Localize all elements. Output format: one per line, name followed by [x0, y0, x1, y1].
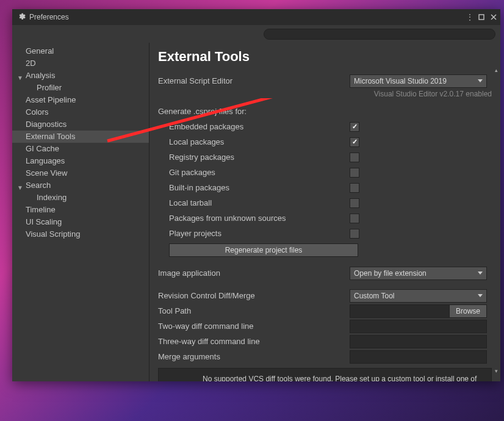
csproj-option-row: Local packages — [158, 134, 492, 149]
sidebar-item-label: Scene View — [26, 167, 67, 179]
chevron-down-icon — [478, 294, 483, 297]
csproj-option-row: Built-in packages — [158, 180, 492, 195]
search-input[interactable] — [264, 29, 495, 40]
toolpath-label: Tool Path — [158, 306, 350, 315]
two-way-input[interactable] — [350, 320, 487, 333]
sidebar-item-label: Colors — [26, 106, 49, 118]
sidebar-item[interactable]: ▼Search — [12, 179, 149, 192]
maximize-button[interactable] — [476, 12, 487, 22]
sidebar-item[interactable]: ▼Analysis — [12, 70, 149, 82]
csproj-option-label: Local tarball — [169, 198, 350, 207]
script-editor-dropdown[interactable]: Microsoft Visual Studio 2019 — [350, 74, 487, 88]
sidebar-item-label: Analysis — [26, 70, 55, 82]
csproj-option-checkbox[interactable] — [350, 183, 359, 193]
three-way-label: Three-way diff command line — [158, 337, 350, 346]
csproj-option-label: Registry packages — [169, 153, 350, 162]
csproj-option-row: Registry packages — [158, 149, 492, 165]
editor-enabled-note: Visual Studio Editor v2.0.17 enabled — [158, 90, 492, 98]
merge-args-label: Merge arguments — [158, 352, 350, 361]
csproj-option-label: Embedded packages — [169, 122, 350, 131]
vcs-warning-box: No supported VCS diff tools were found. … — [158, 368, 492, 381]
csproj-option-row: Git packages — [158, 165, 492, 180]
sidebar-item-label: GI Cache — [26, 143, 59, 155]
gear-icon — [17, 12, 26, 23]
sidebar-item[interactable]: Profiler — [12, 82, 149, 94]
sidebar-item-label: UI Scaling — [26, 216, 62, 228]
regenerate-button[interactable]: Regenerate project files — [169, 243, 358, 257]
csproj-option-checkbox[interactable] — [350, 168, 359, 178]
sidebar-item-label: Indexing — [37, 192, 67, 204]
csproj-option-checkbox[interactable] — [350, 122, 359, 132]
csproj-option-label: Built-in packages — [169, 183, 350, 192]
sidebar-item[interactable]: Languages — [12, 155, 149, 167]
preferences-window: Preferences ⋮ General2D▼AnalysisProfiler… — [12, 9, 500, 381]
chevron-down-icon — [478, 272, 483, 275]
sidebar-item[interactable]: UI Scaling — [12, 216, 149, 228]
sidebar-item-label: Profiler — [37, 82, 62, 94]
sidebar-item[interactable]: GI Cache — [12, 143, 149, 155]
revision-dropdown[interactable]: Custom Tool — [350, 289, 487, 303]
sidebar-item[interactable]: Timeline — [12, 204, 149, 216]
page-title: External Tools — [158, 49, 492, 65]
sidebar-item-label: Search — [26, 179, 51, 192]
sidebar-item[interactable]: Asset Pipeline — [12, 94, 149, 106]
sidebar-item-label: General — [26, 45, 54, 57]
sidebar-item-label: External Tools — [26, 131, 75, 143]
sidebar-item-label: Languages — [26, 155, 65, 167]
chevron-down-icon — [478, 79, 483, 82]
sidebar-item[interactable]: Scene View — [12, 167, 149, 179]
scrollbar[interactable]: ▴ ▾ — [493, 67, 499, 374]
main-panel: External Tools External Script Editor Mi… — [149, 43, 500, 381]
csproj-option-checkbox[interactable] — [350, 214, 359, 223]
csproj-option-checkbox[interactable] — [350, 153, 359, 162]
browse-button[interactable]: Browse — [449, 304, 487, 318]
sidebar-item[interactable]: Diagnostics — [12, 118, 149, 131]
csproj-heading: Generate .csproj files for: — [158, 107, 492, 116]
image-app-label: Image application — [158, 268, 350, 278]
merge-args-input[interactable] — [350, 350, 487, 364]
sidebar-item-label: Asset Pipeline — [26, 94, 76, 106]
script-editor-value: Microsoft Visual Studio 2019 — [354, 77, 447, 85]
three-way-input[interactable] — [350, 335, 487, 348]
sidebar-item[interactable]: General — [12, 45, 149, 57]
revision-value: Custom Tool — [354, 292, 394, 300]
two-way-label: Two-way diff command line — [158, 322, 350, 331]
sidebar-item-label: Diagnostics — [26, 118, 67, 131]
csproj-option-row: Embedded packages — [158, 119, 492, 134]
sidebar: General2D▼AnalysisProfilerAsset Pipeline… — [12, 43, 149, 381]
csproj-option-row: Local tarball — [158, 195, 492, 210]
revision-label: Revision Control Diff/Merge — [158, 291, 350, 300]
scroll-down-arrow-icon[interactable]: ▾ — [495, 368, 498, 374]
sidebar-item-label: Visual Scripting — [26, 228, 80, 240]
sidebar-item-label: 2D — [26, 57, 36, 70]
csproj-option-row: Packages from unknown sources — [158, 210, 492, 226]
window-title: Preferences — [29, 13, 69, 21]
close-button[interactable] — [488, 12, 499, 22]
titlebar: Preferences ⋮ — [12, 9, 500, 25]
image-app-dropdown[interactable]: Open by file extension — [350, 267, 487, 280]
csproj-option-label: Local packages — [169, 137, 350, 146]
csproj-option-label: Player projects — [169, 229, 350, 238]
sidebar-item[interactable]: 2D — [12, 57, 149, 70]
window-menu-button[interactable]: ⋮ — [464, 12, 475, 22]
script-editor-label: External Script Editor — [158, 76, 350, 85]
sidebar-item[interactable]: External Tools — [12, 131, 149, 143]
sidebar-item[interactable]: Colors — [12, 106, 149, 118]
csproj-option-label: Git packages — [169, 168, 350, 177]
toolpath-input[interactable] — [350, 304, 449, 318]
csproj-option-checkbox[interactable] — [350, 137, 359, 147]
vcs-warning-text: No supported VCS diff tools were found. … — [166, 373, 484, 381]
search-bar — [12, 25, 500, 43]
csproj-option-checkbox[interactable] — [350, 198, 359, 208]
sidebar-item-label: Timeline — [26, 204, 56, 216]
sidebar-item[interactable]: Indexing — [12, 192, 149, 204]
scroll-up-arrow-icon[interactable]: ▴ — [495, 67, 498, 73]
csproj-option-label: Packages from unknown sources — [169, 214, 350, 223]
csproj-option-row: Player projects — [158, 226, 492, 241]
svg-rect-0 — [479, 15, 484, 20]
image-app-value: Open by file extension — [354, 269, 427, 278]
csproj-option-checkbox[interactable] — [350, 229, 359, 239]
sidebar-item[interactable]: Visual Scripting — [12, 228, 149, 240]
